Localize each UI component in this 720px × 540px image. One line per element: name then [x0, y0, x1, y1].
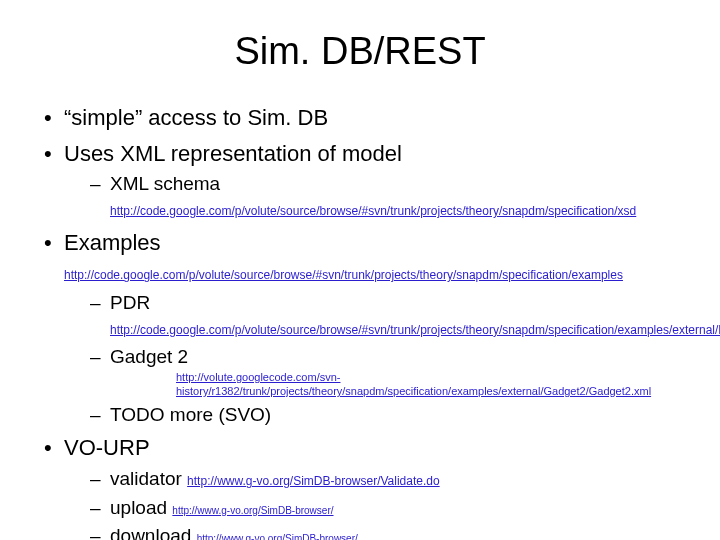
- link-download[interactable]: http://www.g-vo.org/SimDB-browser/: [197, 533, 358, 540]
- sub-gadget2-url-line: http://volute.googlecode.com/svn-history…: [110, 371, 680, 399]
- sub-download: download http://www.g-vo.org/SimDB-brows…: [64, 524, 680, 540]
- page-title: Sim. DB/REST: [40, 30, 680, 73]
- bullet-text: “simple” access to Sim. DB: [64, 105, 328, 130]
- sub-todo: TODO more (SVO): [64, 403, 680, 428]
- bullet-vo-urp: VO-URP validator http://www.g-vo.org/Sim…: [40, 433, 680, 540]
- bullet-simple-access: “simple” access to Sim. DB: [40, 103, 680, 133]
- sub-label: upload: [110, 497, 172, 518]
- link-upload[interactable]: http://www.g-vo.org/SimDB-browser/: [172, 505, 333, 516]
- link-examples[interactable]: http://code.google.com/p/volute/source/b…: [64, 268, 623, 282]
- sub-upload: upload http://www.g-vo.org/SimDB-browser…: [64, 496, 680, 521]
- sub-label: validator: [110, 468, 187, 489]
- bullet-text: VO-URP: [64, 435, 150, 460]
- bullet-label: Examples: [64, 230, 161, 255]
- sub-label: Gadget 2: [110, 346, 188, 367]
- bullet-xml-rep: Uses XML representation of model XML sch…: [40, 139, 680, 222]
- link-xsd[interactable]: http://code.google.com/p/volute/source/b…: [110, 204, 636, 218]
- bullet-list: “simple” access to Sim. DB Uses XML repr…: [40, 103, 680, 540]
- sub-label: XML schema: [110, 173, 220, 194]
- sub-pdr: PDR http://code.google.com/p/volute/sour…: [64, 291, 680, 340]
- sub-xml-schema: XML schema http://code.google.com/p/volu…: [64, 172, 680, 221]
- bullet-examples: Examples http://code.google.com/p/volute…: [40, 228, 680, 428]
- sub-label: PDR: [110, 292, 150, 313]
- link-gadget2[interactable]: http://volute.googlecode.com/svn-history…: [176, 371, 651, 397]
- sub-label: download: [110, 525, 197, 540]
- link-validator[interactable]: http://www.g-vo.org/SimDB-browser/Valida…: [187, 474, 440, 488]
- slide: Sim. DB/REST “simple” access to Sim. DB …: [0, 0, 720, 540]
- sub-label: TODO more (SVO): [110, 404, 271, 425]
- bullet-text: Uses XML representation of model: [64, 141, 402, 166]
- link-pdr[interactable]: http://code.google.com/p/volute/source/b…: [110, 323, 720, 337]
- sub-validator: validator http://www.g-vo.org/SimDB-brow…: [64, 467, 680, 492]
- sub-gadget2: Gadget 2 http://volute.googlecode.com/sv…: [64, 345, 680, 399]
